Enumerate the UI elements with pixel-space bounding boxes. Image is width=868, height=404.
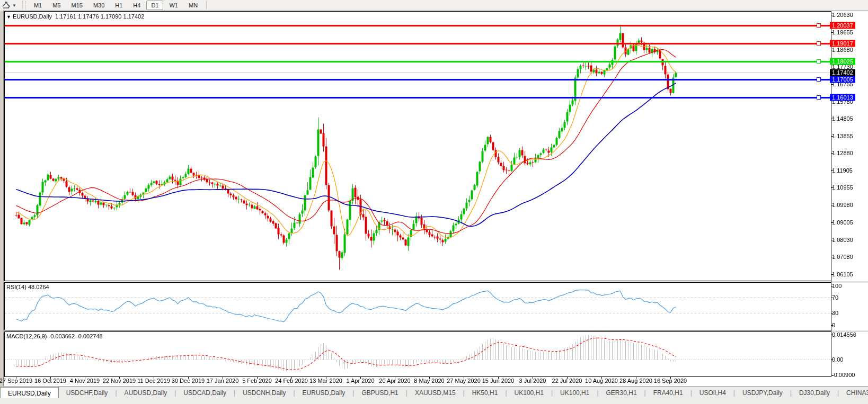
price-axis-tick: 1.08030 — [832, 237, 853, 243]
chart-tab-dj30-daily[interactable]: DJ30,Daily — [792, 388, 837, 399]
price-axis-tick: 1.20630 — [832, 12, 853, 18]
timeframe-button-w1[interactable]: W1 — [164, 1, 183, 10]
chart-tab-usdcnh-daily[interactable]: USDCNH,Daily — [235, 388, 293, 399]
date-axis-label: 13 Mar 2020 — [309, 378, 342, 384]
chart-tab-xauusd-m15[interactable]: XAUUSD,M15 — [408, 388, 463, 399]
hline-drag-handle[interactable] — [817, 95, 821, 100]
chart-tab-hk50-h1[interactable]: HK50,H1 — [465, 388, 506, 399]
price-axis-tick: 1.14805 — [832, 115, 853, 122]
chart-symbol-period: EURUSD,Daily — [13, 13, 52, 20]
hline-price-badge: 1.20037 — [830, 22, 855, 29]
hline-drag-handle[interactable] — [817, 77, 821, 82]
chart-tab-ger30-h1[interactable]: GER30,H1 — [599, 388, 644, 399]
macd-axis-tick: 0.00 — [832, 356, 843, 363]
chart-ohlc-values: 1.17161 1.17476 1.17090 1.17402 — [55, 13, 144, 20]
hline-price-badge: 1.18025 — [830, 58, 855, 65]
date-axis-label: 24 Feb 2020 — [275, 378, 308, 384]
price-axis-tick: 1.12880 — [832, 150, 853, 156]
date-axis-label: 5 Feb 2020 — [242, 378, 272, 384]
rsi-axis-tick: 0 — [832, 322, 835, 328]
mt4-terminal: { "toolbar": { "chart_icon": "candlestic… — [0, 0, 868, 404]
toolbar-grip — [22, 1, 26, 10]
date-axis-label: 22 Jul 2020 — [552, 378, 582, 384]
price-axis-tick: 1.10955 — [832, 184, 853, 191]
hline-price-badge: 1.17005 — [830, 76, 855, 83]
toolbar-separator — [206, 1, 207, 10]
chart-tab-uk100-h1[interactable]: UK100,H1 — [507, 388, 551, 399]
chart-tab-uk100-h1[interactable]: UK100,H1 — [553, 388, 597, 399]
timeframe-button-h4[interactable]: H4 — [128, 1, 145, 10]
date-axis-label: 4 Nov 2019 — [70, 378, 100, 384]
chart-tab-eurusd-daily[interactable]: EURUSD,Daily — [295, 388, 353, 399]
timeframe-toolbar: ▼ M1M5M15M30H1H4D1W1MN — [0, 0, 868, 11]
timeframe-button-m30[interactable]: M30 — [88, 1, 109, 10]
price-axis-tick: 1.07080 — [832, 254, 853, 260]
chart-tab-audusd-daily[interactable]: AUDUSD,Daily — [117, 388, 175, 399]
date-axis-label: 17 Jan 2020 — [207, 378, 239, 384]
date-axis-label: 10 Aug 2020 — [585, 378, 618, 384]
date-axis-label: 11 Dec 2019 — [137, 378, 170, 384]
date-axis-label: 3 Jul 2020 — [519, 378, 546, 384]
chart-tab-usdjpy-daily[interactable]: USDJPY,Daily — [735, 388, 790, 399]
date-axis-label: 8 May 2020 — [414, 378, 444, 384]
chart-type-dropdown-caret[interactable]: ▼ — [12, 3, 16, 8]
date-axis-label: 20 Apr 2020 — [379, 378, 410, 384]
price-axis-tick: 1.13855 — [832, 133, 853, 139]
price-axis-tick: 1.06105 — [832, 271, 853, 277]
timeframe-button-h1[interactable]: H1 — [110, 1, 127, 10]
date-axis-label: 22 Nov 2019 — [103, 378, 136, 384]
date-axis-label: 28 Aug 2020 — [619, 378, 652, 384]
macd-axis-tick: 0.014556 — [832, 331, 856, 338]
timeframe-button-m15[interactable]: M15 — [66, 1, 87, 10]
chart-title: ▼ EURUSD,Daily 1.17161 1.17476 1.17090 1… — [6, 13, 144, 20]
chart-title-caret[interactable]: ▼ — [6, 14, 11, 20]
macd-axis-tick: -0.00900 — [832, 372, 855, 378]
date-axis-label: 16 Oct 2019 — [34, 378, 66, 384]
bottom-strip — [0, 398, 868, 404]
date-axis-label: 16 Sep 2020 — [654, 378, 687, 384]
timeframe-button-mn[interactable]: MN — [184, 1, 202, 10]
rsi-axis-tick: 30 — [832, 310, 838, 316]
date-axis-label: 1 Apr 2020 — [346, 378, 374, 384]
date-axis-label: 27 Sep 2019 — [0, 378, 32, 384]
macd-indicator-label: MACD(12,26,9) -0.003662 -0.002748 — [6, 333, 103, 339]
chart-tab-usdcad-daily[interactable]: USDCAD,Daily — [176, 388, 234, 399]
rsi-axis-tick: 100 — [832, 283, 842, 289]
chart-tab-eurusd-daily[interactable]: EURUSD,Daily — [0, 387, 59, 399]
chart-tab-china300-h1[interactable]: CHINA300,H1 — [839, 388, 868, 399]
hline-drag-handle[interactable] — [817, 23, 821, 28]
hline-drag-handle[interactable] — [817, 41, 821, 46]
date-axis-label: 15 Jun 2020 — [482, 378, 515, 384]
hline-price-badge: 1.16013 — [830, 94, 855, 101]
timeframe-buttons: M1M5M15M30H1H4D1W1MN — [29, 1, 203, 10]
price-axis-tick: 1.09980 — [832, 202, 853, 208]
price-axis-tick: 1.19655 — [832, 29, 853, 35]
date-axis-label: 30 Dec 2019 — [172, 378, 205, 384]
chart-tab-bar: EURUSD,DailyUSDCHF,Daily|AUDUSD,Daily|US… — [0, 386, 868, 399]
chart-window — [3, 11, 868, 387]
candlestick-chart-icon[interactable] — [2, 2, 11, 9]
current-price-badge: 1.17402 — [830, 69, 855, 76]
chart-tab-fra40-h1[interactable]: FRA40,H1 — [646, 388, 690, 399]
chart-tab-gbpusd-h1[interactable]: GBPUSD,H1 — [354, 388, 405, 399]
date-axis-label: 27 May 2020 — [447, 378, 481, 384]
timeframe-button-m5[interactable]: M5 — [48, 1, 65, 10]
rsi-axis-tick: 70 — [832, 294, 838, 301]
rsi-indicator-label: RSI(14) 48.0264 — [6, 284, 49, 290]
chart-tab-usoil-h4[interactable]: USOil,H4 — [692, 388, 733, 399]
price-axis-tick: 1.11905 — [832, 167, 853, 174]
timeframe-button-m1[interactable]: M1 — [29, 1, 47, 10]
hline-drag-handle[interactable] — [817, 59, 821, 64]
chart-tab-usdchf-daily[interactable]: USDCHF,Daily — [59, 388, 116, 399]
timeframe-button-d1[interactable]: D1 — [146, 1, 163, 10]
price-axis-tick: 1.09005 — [832, 219, 853, 226]
hline-price-badge: 1.19017 — [830, 40, 855, 47]
price-axis-tick: 1.18680 — [832, 47, 853, 53]
